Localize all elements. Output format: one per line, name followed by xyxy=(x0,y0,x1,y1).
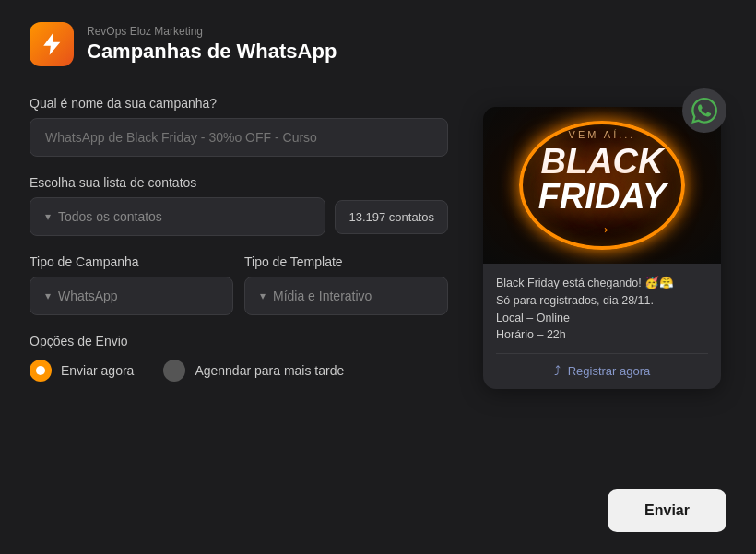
template-type-dropdown[interactable]: ▾ Mídia e Interativo xyxy=(244,277,448,315)
chevron-down-icon-2: ▾ xyxy=(45,289,51,302)
app-container: RevOps Eloz Marketing Campanhas de Whats… xyxy=(0,0,756,554)
schedule-option[interactable]: Agenndar para mais tarde xyxy=(163,360,344,382)
contacts-badge: 13.197 contatos xyxy=(335,200,448,234)
send-now-radio[interactable] xyxy=(30,360,52,382)
send-options-section: Opções de Envio Enviar agora Agenndar pa… xyxy=(30,334,448,382)
whatsapp-badge xyxy=(682,88,726,133)
template-type-col: Tipo de Template ▾ Mídia e Interativo xyxy=(244,254,448,315)
template-type-value: Mídia e Interativo xyxy=(273,289,372,303)
lightning-icon xyxy=(39,31,65,57)
schedule-label: Agenndar para mais tarde xyxy=(195,363,344,378)
preview-action-label: Registrar agora xyxy=(568,364,651,378)
type-row: Tipo de Campanha ▾ WhatsApp Tipo de Temp… xyxy=(30,254,448,315)
campaign-type-dropdown[interactable]: ▾ WhatsApp xyxy=(30,277,233,315)
bf-background: VEM AÍ... BLACK FRIDAY → xyxy=(483,107,721,264)
campaign-type-col: Tipo de Campanha ▾ WhatsApp xyxy=(30,254,233,315)
whatsapp-icon xyxy=(691,98,717,124)
preview-line1: Black Friday está chegando! 🥳😤 xyxy=(496,277,674,289)
preview-line3: Local – Online xyxy=(496,312,570,324)
share-icon: ⤴ xyxy=(554,363,561,378)
preview-image: VEM AÍ... BLACK FRIDAY → xyxy=(483,107,721,264)
contacts-dropdown[interactable]: ▾ Todos os contatos xyxy=(30,197,325,236)
send-button[interactable]: Enviar xyxy=(608,489,726,532)
campaign-name-input[interactable] xyxy=(30,118,448,157)
bf-glow-ring xyxy=(519,121,685,250)
header: RevOps Eloz Marketing Campanhas de Whats… xyxy=(30,22,726,66)
schedule-radio[interactable] xyxy=(163,360,185,382)
preview-message: Black Friday está chegando! 🥳😤 Só para r… xyxy=(496,275,708,344)
preview-line2: Só para registrados, dia 28/11. xyxy=(496,294,654,307)
send-options-label: Opções de Envio xyxy=(30,334,448,348)
preview-body: Black Friday está chegando! 🥳😤 Só para r… xyxy=(483,264,721,389)
campaign-name-label: Qual é nome da sua campanha? xyxy=(30,96,448,111)
send-now-label: Enviar agora xyxy=(61,363,134,378)
template-type-label: Tipo de Template xyxy=(244,254,448,269)
chevron-down-icon: ▾ xyxy=(45,210,51,223)
campaign-name-section: Qual é nome da sua campanha? xyxy=(30,96,448,157)
header-text: RevOps Eloz Marketing Campanhas de Whats… xyxy=(87,25,337,64)
contacts-row: ▾ Todos os contatos 13.197 contatos xyxy=(30,197,448,236)
campaign-type-value: WhatsApp xyxy=(58,289,118,303)
preview-card: VEM AÍ... BLACK FRIDAY → Black Friday es… xyxy=(483,107,721,389)
send-options-row: Enviar agora Agenndar para mais tarde xyxy=(30,360,448,382)
main-content: Qual é nome da sua campanha? Escolha sua… xyxy=(30,96,726,532)
left-panel: Qual é nome da sua campanha? Escolha sua… xyxy=(30,96,448,532)
preview-divider xyxy=(496,353,708,354)
logo-icon xyxy=(30,22,74,66)
page-title: Campanhas de WhatsApp xyxy=(87,40,337,64)
send-now-option[interactable]: Enviar agora xyxy=(30,360,134,382)
contacts-dropdown-value: Todos os contatos xyxy=(58,209,162,224)
preview-line4: Horário – 22h xyxy=(496,328,566,341)
org-name: RevOps Eloz Marketing xyxy=(87,25,337,38)
contacts-label: Escolha sua lista de contatos xyxy=(30,175,448,190)
chevron-down-icon-3: ▾ xyxy=(260,289,266,302)
preview-action-button[interactable]: ⤴ Registrar agora xyxy=(496,363,708,378)
contacts-section: Escolha sua lista de contatos ▾ Todos os… xyxy=(30,175,448,236)
preview-panel: VEM AÍ... BLACK FRIDAY → Black Friday es… xyxy=(478,96,726,532)
campaign-type-label: Tipo de Campanha xyxy=(30,254,233,269)
